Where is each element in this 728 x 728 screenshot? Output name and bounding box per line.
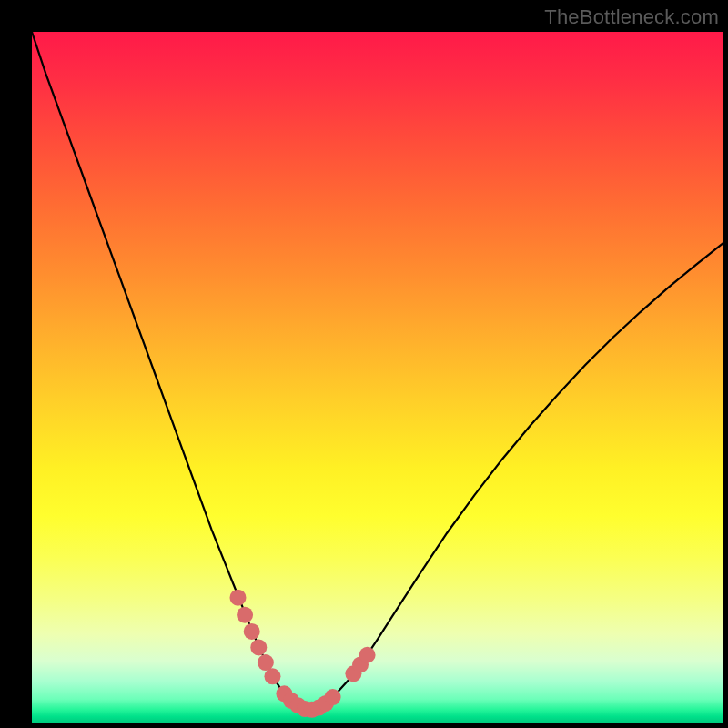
plot-area [32,32,723,723]
optimal-zone-left-dot [250,639,267,655]
optimal-zone-left-dot [229,590,246,606]
curve-layer [32,32,723,723]
chart-frame: TheBottleneck.com [0,0,728,728]
bottleneck-curve [32,32,723,710]
watermark-text: TheBottleneck.com [544,5,719,29]
optimal-zone-left-dot [244,623,260,640]
optimal-zone-right-dot [359,647,376,663]
optimal-zone-markers [229,590,375,718]
optimal-zone-left-dot [237,607,253,623]
optimal-zone-bottom-dot [325,689,341,705]
optimal-zone-left-dot [264,668,280,684]
